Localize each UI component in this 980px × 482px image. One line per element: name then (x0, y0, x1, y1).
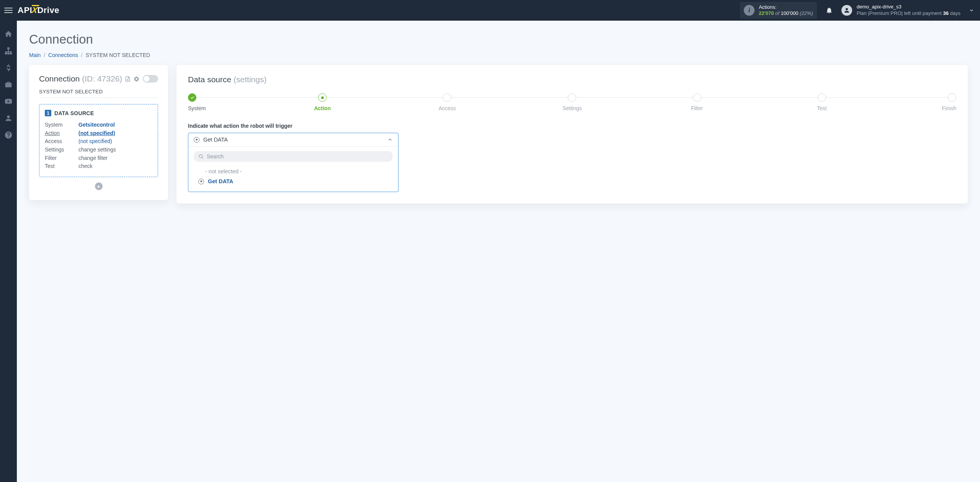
connection-id: (ID: 47326) (82, 74, 122, 83)
connection-summary-card: Connection (ID: 47326) SYSTEM NOT SELECT… (29, 65, 168, 200)
system-not-selected-label: SYSTEM NOT SELECTED (39, 89, 158, 98)
step-action[interactable]: Action (313, 93, 332, 111)
add-step-button[interactable]: + (95, 182, 103, 190)
action-select-dropdown: - not selected - Get DATA (188, 146, 398, 192)
option-get-data[interactable]: Get DATA (194, 176, 393, 186)
profile-username: demo_apix-drive_s3 (857, 4, 960, 10)
document-icon[interactable] (124, 76, 131, 82)
home-icon[interactable] (4, 30, 13, 38)
ds-row-test[interactable]: Test check (45, 162, 152, 171)
step-filter[interactable]: Filter (688, 93, 707, 111)
step-settings[interactable]: Settings (562, 93, 581, 111)
step-access[interactable]: Access (438, 93, 457, 111)
breadcrumb-main[interactable]: Main (29, 52, 41, 58)
sitemap-icon[interactable] (4, 47, 13, 55)
logo-drive: Drive (37, 5, 59, 15)
breadcrumb-connections[interactable]: Connections (48, 52, 78, 58)
user-icon[interactable] (4, 114, 13, 122)
ds-row-filter[interactable]: Filter change filter (45, 154, 152, 163)
data-source-number: 1 (45, 110, 51, 116)
data-source-box: 1 DATA SOURCE System Getsitecontrol Acti… (39, 104, 158, 177)
topbar: API X Drive i Actions: 22'070 of 100'000… (0, 0, 980, 21)
data-source-settings-card: Data source (settings) System Action Acc… (176, 65, 968, 204)
profile-chevron-down-icon[interactable] (969, 8, 974, 13)
data-source-title: DATA SOURCE (54, 110, 94, 116)
action-select-value: Get DATA (203, 137, 384, 143)
profile-text: demo_apix-drive_s3 Plan |Premium PRO| le… (857, 4, 960, 17)
gear-icon[interactable] (133, 76, 140, 82)
avatar-icon (841, 5, 852, 16)
svg-rect-0 (7, 47, 10, 49)
chevron-up-icon (387, 137, 393, 142)
actions-usage-pill[interactable]: i Actions: 22'070 of 100'000 (22%) (740, 2, 817, 19)
ds-row-access[interactable]: Access (not specified) (45, 137, 152, 146)
ds-row-settings[interactable]: Settings change settings (45, 146, 152, 154)
ds-row-action[interactable]: Action (not specified) (45, 129, 152, 138)
connection-heading: Connection (39, 74, 80, 83)
step-test[interactable]: Test (812, 93, 831, 111)
connection-enable-toggle[interactable] (143, 75, 158, 83)
option-not-selected[interactable]: - not selected - (194, 166, 393, 176)
help-icon[interactable] (4, 131, 13, 139)
action-select: Get DATA - not selected - (188, 133, 399, 192)
info-icon: i (744, 5, 755, 16)
svg-rect-2 (8, 53, 10, 55)
sidebar (0, 21, 17, 482)
action-select-head[interactable]: Get DATA (188, 133, 398, 146)
action-field-label: Indicate what action the robot will trig… (188, 123, 956, 129)
play-icon (194, 137, 199, 143)
play-icon (198, 179, 204, 184)
actions-label: Actions: (759, 4, 813, 10)
step-system[interactable]: System (188, 93, 207, 111)
stepper: System Action Access Settings (188, 93, 956, 111)
profile-block[interactable]: demo_apix-drive_s3 Plan |Premium PRO| le… (841, 4, 960, 17)
breadcrumb: Main / Connections / SYSTEM NOT SELECTED (29, 52, 968, 58)
right-title-main: Data source (188, 75, 231, 84)
page-title: Connection (29, 32, 968, 47)
svg-rect-3 (10, 53, 12, 55)
svg-rect-1 (5, 53, 7, 55)
breadcrumb-current: SYSTEM NOT SELECTED (86, 52, 150, 58)
briefcase-icon[interactable] (4, 80, 13, 89)
logo-api: API (18, 5, 32, 15)
content: Connection Main / Connections / SYSTEM N… (17, 21, 980, 482)
hamburger-menu-button[interactable] (3, 5, 14, 16)
ds-row-system[interactable]: System Getsitecontrol (45, 121, 152, 129)
dollar-icon[interactable] (4, 64, 13, 72)
svg-point-4 (199, 155, 202, 158)
actions-text: Actions: 22'070 of 100'000 (22%) (759, 4, 813, 17)
step-finish[interactable]: Finish (937, 93, 956, 111)
search-icon (198, 154, 204, 159)
logo[interactable]: API X Drive (18, 5, 59, 15)
action-search-input[interactable] (207, 153, 388, 160)
right-title-sub: (settings) (234, 75, 266, 84)
notifications-bell-icon[interactable] (825, 7, 833, 14)
youtube-icon[interactable] (4, 97, 13, 106)
action-search-box (194, 151, 393, 162)
